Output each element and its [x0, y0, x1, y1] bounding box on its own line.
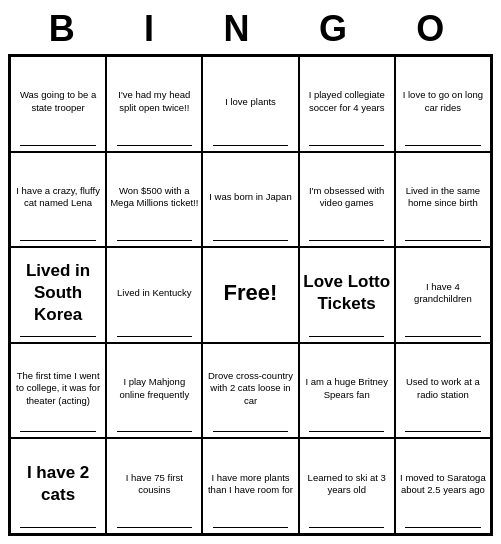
bingo-cell-21: I have 75 first cousins: [106, 438, 202, 534]
bingo-cell-22: I have more plants than I have room for: [202, 438, 298, 534]
bingo-cell-14: I have 4 grandchildren: [395, 247, 491, 343]
bingo-cell-23: Learned to ski at 3 years old: [299, 438, 395, 534]
cell-text-11: Lived in Kentucky: [117, 287, 191, 299]
bingo-cell-15: The first time I went to college, it was…: [10, 343, 106, 439]
cell-text-6: Won $500 with a Mega Millions ticket!!: [110, 185, 198, 210]
cell-text-12: Free!: [224, 279, 278, 308]
cell-text-15: The first time I went to college, it was…: [14, 370, 102, 407]
cell-text-24: I moved to Saratoga about 2.5 years ago: [399, 472, 487, 497]
bingo-cell-17: Drove cross-country with 2 cats loose in…: [202, 343, 298, 439]
cell-underline-0: [20, 145, 95, 146]
cell-underline-2: [213, 145, 288, 146]
cell-text-16: I play Mahjong online frequently: [110, 376, 198, 401]
cell-underline-11: [117, 336, 192, 337]
cell-text-19: Used to work at a radio station: [399, 376, 487, 401]
bingo-cell-12: Free!: [202, 247, 298, 343]
bingo-cell-0: Was going to be a state trooper: [10, 56, 106, 152]
bingo-cell-18: I am a huge Britney Spears fan: [299, 343, 395, 439]
cell-underline-4: [405, 145, 480, 146]
bingo-cell-11: Lived in Kentucky: [106, 247, 202, 343]
bingo-cell-8: I'm obsessed with video games: [299, 152, 395, 248]
cell-text-7: I was born in Japan: [209, 191, 291, 203]
cell-text-22: I have more plants than I have room for: [206, 472, 294, 497]
cell-underline-1: [117, 145, 192, 146]
cell-underline-19: [405, 431, 480, 432]
cell-text-17: Drove cross-country with 2 cats loose in…: [206, 370, 294, 407]
bingo-cell-3: I played collegiate soccer for 4 years: [299, 56, 395, 152]
bingo-cell-6: Won $500 with a Mega Millions ticket!!: [106, 152, 202, 248]
cell-underline-7: [213, 240, 288, 241]
bingo-cell-19: Used to work at a radio station: [395, 343, 491, 439]
title-i: I: [144, 8, 162, 50]
cell-text-14: I have 4 grandchildren: [399, 281, 487, 306]
cell-text-9: Lived in the same home since birth: [399, 185, 487, 210]
cell-underline-16: [117, 431, 192, 432]
title-o: O: [416, 8, 452, 50]
bingo-cell-24: I moved to Saratoga about 2.5 years ago: [395, 438, 491, 534]
cell-underline-10: [20, 336, 95, 337]
cell-underline-14: [405, 336, 480, 337]
cell-underline-6: [117, 240, 192, 241]
cell-text-23: Learned to ski at 3 years old: [303, 472, 391, 497]
bingo-cell-4: I love to go on long car rides: [395, 56, 491, 152]
cell-text-1: I've had my head split open twice!!: [110, 89, 198, 114]
cell-underline-8: [309, 240, 384, 241]
cell-text-2: I love plants: [225, 96, 276, 108]
cell-text-8: I'm obsessed with video games: [303, 185, 391, 210]
cell-underline-20: [20, 527, 95, 528]
cell-text-18: I am a huge Britney Spears fan: [303, 376, 391, 401]
bingo-cell-16: I play Mahjong online frequently: [106, 343, 202, 439]
cell-underline-15: [20, 431, 95, 432]
bingo-title: B I N G O: [8, 8, 493, 50]
title-b: B: [49, 8, 83, 50]
bingo-cell-10: Lived in South Korea: [10, 247, 106, 343]
cell-underline-23: [309, 527, 384, 528]
bingo-cell-9: Lived in the same home since birth: [395, 152, 491, 248]
cell-text-5: I have a crazy, fluffy cat named Lena: [14, 185, 102, 210]
bingo-cell-5: I have a crazy, fluffy cat named Lena: [10, 152, 106, 248]
cell-text-4: I love to go on long car rides: [399, 89, 487, 114]
cell-underline-5: [20, 240, 95, 241]
cell-underline-24: [405, 527, 480, 528]
title-g: G: [319, 8, 355, 50]
cell-underline-17: [213, 431, 288, 432]
cell-underline-21: [117, 527, 192, 528]
bingo-cell-13: Love Lotto Tickets: [299, 247, 395, 343]
cell-text-21: I have 75 first cousins: [110, 472, 198, 497]
bingo-cell-1: I've had my head split open twice!!: [106, 56, 202, 152]
cell-underline-9: [405, 240, 480, 241]
cell-underline-22: [213, 527, 288, 528]
cell-underline-18: [309, 431, 384, 432]
title-n: N: [223, 8, 257, 50]
bingo-grid: Was going to be a state trooperI've had …: [8, 54, 493, 536]
bingo-cell-20: I have 2 cats: [10, 438, 106, 534]
cell-text-20: I have 2 cats: [14, 462, 102, 506]
cell-text-0: Was going to be a state trooper: [14, 89, 102, 114]
cell-text-10: Lived in South Korea: [14, 260, 102, 326]
cell-text-3: I played collegiate soccer for 4 years: [303, 89, 391, 114]
cell-text-13: Love Lotto Tickets: [303, 271, 391, 315]
cell-underline-3: [309, 145, 384, 146]
cell-underline-13: [309, 336, 384, 337]
bingo-cell-7: I was born in Japan: [202, 152, 298, 248]
bingo-cell-2: I love plants: [202, 56, 298, 152]
